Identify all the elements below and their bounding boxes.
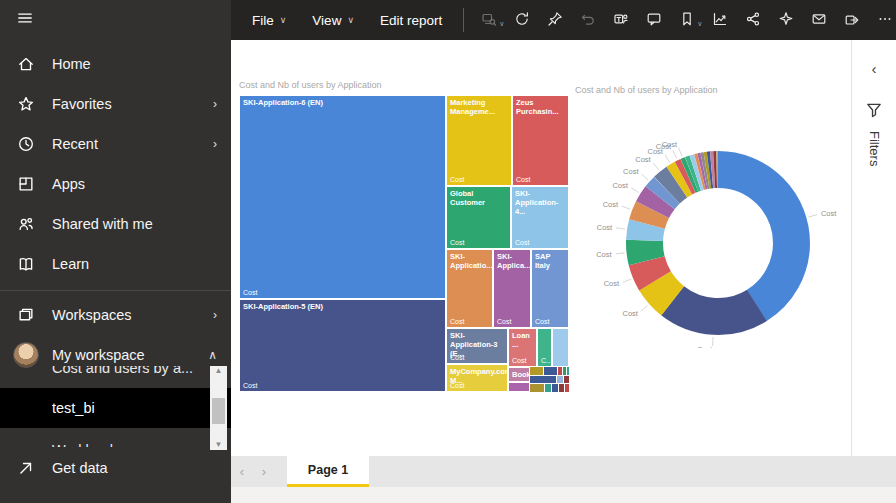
treemap-tile[interactable]: Loan ...Cost [508,328,537,367]
donut-data-label: Cost [622,309,638,318]
treemap-tile[interactable]: SKI-Applica...Cost [493,249,531,328]
treemap-small-tile[interactable] [545,384,551,392]
treemap-tile[interactable]: MyCompany.com M...Cost [446,364,508,392]
star-icon [16,94,36,114]
treemap-tile-label: SKI-Application-4... [512,187,568,216]
treemap-small-tile[interactable] [565,384,569,392]
treemap-small-tile[interactable] [544,367,557,375]
sidebar-item-home[interactable]: Home [0,44,231,84]
teams-button[interactable] [604,0,637,40]
clock-icon [16,134,36,154]
share-network-icon [745,11,761,30]
treemap-tile-label: Marketing Manageme... [447,96,511,116]
sparkle-button[interactable] [769,0,802,40]
treemap-small-tile[interactable] [552,384,558,392]
sidebar-item-label: Favorites [52,96,112,112]
treemap-tile[interactable]: Marketing Manageme...Cost [446,95,512,186]
pages-next-icon[interactable]: › [253,464,275,479]
treemap-small-tile[interactable] [567,367,569,375]
donut-label-line [631,188,639,193]
treemap-tile[interactable] [552,328,569,367]
treemap-small-tile[interactable] [564,376,569,383]
sidebar-item-label: Get data [52,460,108,476]
undo-button[interactable] [571,0,604,40]
refresh-button[interactable] [505,0,538,40]
treemap-small-tile[interactable] [559,384,564,392]
mail-button[interactable] [802,0,835,40]
treemap-tile[interactable]: SKI-Application-6 (EN)Cost [239,95,446,299]
treemap-small-tile[interactable] [530,376,556,383]
share-network-button[interactable] [736,0,769,40]
treemap-tile-label: Book... [509,368,529,379]
sidebar-item-learn[interactable]: Learn [0,244,231,284]
treemap-tile[interactable]: SKI-Application-5 (EN)Cost [239,299,446,392]
treemap-small-tile[interactable] [563,367,566,375]
metrics-button[interactable] [703,0,736,40]
donut-chart: CostCostCostCostCostCostCostCostCostCost… [575,98,859,348]
donut-label-line [641,305,648,311]
pin-button[interactable] [538,0,571,40]
filter-funnel-icon[interactable] [865,101,883,123]
pin-icon [547,11,563,30]
treemap-tile[interactable] [508,382,530,392]
treemap-tile[interactable]: Zeus Purchasin...Cost [512,95,569,186]
treemap-chart: SKI-Application-6 (EN)CostSKI-Applicatio… [239,95,569,392]
sidebar-divider [0,290,231,291]
treemap-tile[interactable]: SAP ItalyCost [531,249,569,328]
document-item-selected[interactable]: test_bi [0,388,231,428]
sidebar-item-get-data[interactable]: Get data [0,448,231,488]
menu-view[interactable]: View∨ [299,0,367,40]
page-tab[interactable]: Page 1 [287,456,369,487]
treemap-tile[interactable]: SKI-Application-3 (E...Cost [446,328,508,364]
donut-label-line [679,148,682,156]
treemap-small-tile[interactable] [530,367,543,375]
treemap-tile[interactable]: C... [537,328,552,367]
treemap-tile[interactable]: Book... [508,367,530,382]
donut-data-label: Cost [603,200,619,209]
donut-data-label: Cost [635,155,651,164]
sidebar-item-shared-with-me[interactable]: Shared with me [0,204,231,244]
expand-filters-chevron-icon[interactable]: ‹ [872,60,877,77]
treemap-small-tile[interactable] [557,376,563,383]
treemap-value-label: Cost [497,318,511,325]
bookmark-button[interactable]: ∨ [670,0,703,40]
sidebar-scrollbar[interactable]: ▲ ▼ [210,366,227,450]
page-tab-label: Page 1 [308,463,348,477]
treemap-small-tile[interactable] [530,384,544,392]
sidebar-item-apps[interactable]: Apps [0,164,231,204]
donut-data-label: Cost [697,345,713,348]
menu-edit-report[interactable]: Edit report [367,0,455,40]
sidebar: HomeFavorites›Recent›AppsShared with meL… [0,0,231,503]
donut-label-line [642,174,649,180]
treemap-tile[interactable]: Global CustomerCost [446,186,511,249]
sidebar-item-label: Learn [52,256,89,272]
treemap-tile-label: SKI-Application-6 (EN) [240,96,445,107]
donut-label-line [653,163,659,170]
scrollbar-thumb[interactable] [212,398,225,424]
more-button[interactable] [868,0,896,40]
sidebar-item-workspaces[interactable]: Workspaces › [0,295,231,335]
menu-label: File [252,13,274,28]
chevron-down-icon: ∨ [280,15,287,25]
scroll-down-icon[interactable]: ▼ [215,441,223,449]
treemap-value-label: Cost [512,357,526,364]
sidebar-item-favorites[interactable]: Favorites› [0,84,231,124]
share-button[interactable] [835,0,868,40]
document-item-clipped-bottom[interactable]: Workbook [0,430,231,447]
treemap-tile[interactable]: SKI-Applicatio...Cost [446,249,493,328]
sidebar-item-label: My workspace [52,347,145,363]
comment-button[interactable] [637,0,670,40]
teams-icon [613,11,629,30]
sidebar-item-recent[interactable]: Recent› [0,124,231,164]
hamburger-menu-button[interactable] [0,0,231,40]
pages-prev-icon[interactable]: ‹ [231,464,253,479]
treemap-tile[interactable]: SKI-Application-4...Cost [511,186,569,249]
sidebar-item-label: Apps [52,176,85,192]
explore-button[interactable]: ∨ [472,0,505,40]
treemap-value-label: Cost [515,239,529,246]
document-item-clipped-top[interactable]: Cost and users by a... [0,366,231,388]
menu-file[interactable]: File∨ [239,0,299,40]
scroll-up-icon[interactable]: ▲ [215,367,223,375]
treemap-small-tile[interactable] [558,367,562,375]
filters-pane-label[interactable]: Filters [867,131,882,166]
